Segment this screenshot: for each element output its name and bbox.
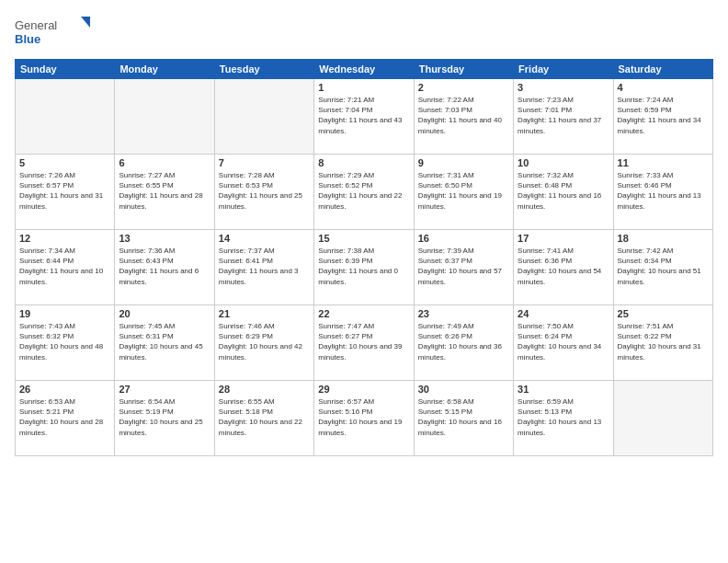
day-info: Sunrise: 7:41 AM Sunset: 6:36 PM Dayligh…	[518, 246, 609, 287]
calendar-week-4: 19Sunrise: 7:43 AM Sunset: 6:32 PM Dayli…	[16, 305, 713, 381]
day-number: 17	[518, 233, 609, 244]
calendar-cell: 10Sunrise: 7:32 AM Sunset: 6:48 PM Dayli…	[514, 155, 613, 230]
svg-marker-2	[81, 17, 90, 28]
day-number: 12	[19, 233, 110, 244]
calendar-cell: 7Sunrise: 7:28 AM Sunset: 6:53 PM Daylig…	[214, 155, 313, 230]
day-info: Sunrise: 7:29 AM Sunset: 6:52 PM Dayligh…	[318, 170, 409, 212]
day-number: 21	[219, 308, 310, 319]
day-number: 7	[219, 157, 310, 168]
day-info: Sunrise: 7:47 AM Sunset: 6:27 PM Dayligh…	[318, 321, 409, 362]
calendar-cell: 4Sunrise: 7:24 AM Sunset: 6:59 PM Daylig…	[613, 79, 712, 155]
day-number: 11	[618, 157, 709, 168]
day-number: 28	[219, 384, 310, 395]
weekday-header-monday: Monday	[115, 60, 214, 79]
day-info: Sunrise: 7:45 AM Sunset: 6:31 PM Dayligh…	[119, 321, 210, 362]
day-info: Sunrise: 7:21 AM Sunset: 7:04 PM Dayligh…	[318, 95, 409, 136]
day-info: Sunrise: 7:31 AM Sunset: 6:50 PM Dayligh…	[418, 170, 509, 212]
day-number: 22	[318, 308, 409, 319]
svg-text:Blue: Blue	[15, 32, 40, 46]
day-info: Sunrise: 7:22 AM Sunset: 7:03 PM Dayligh…	[418, 95, 509, 136]
calendar-table: SundayMondayTuesdayWednesdayThursdayFrid…	[15, 59, 713, 456]
day-number: 4	[618, 82, 709, 93]
day-info: Sunrise: 7:51 AM Sunset: 6:22 PM Dayligh…	[618, 321, 709, 362]
day-info: Sunrise: 7:39 AM Sunset: 6:37 PM Dayligh…	[418, 246, 509, 287]
day-number: 15	[318, 233, 409, 244]
weekday-header-thursday: Thursday	[414, 60, 513, 79]
calendar-cell: 16Sunrise: 7:39 AM Sunset: 6:37 PM Dayli…	[414, 230, 513, 305]
day-info: Sunrise: 7:32 AM Sunset: 6:48 PM Dayligh…	[518, 170, 609, 212]
day-number: 26	[19, 384, 110, 395]
day-number: 6	[119, 157, 210, 168]
calendar-cell	[613, 381, 712, 456]
day-info: Sunrise: 7:24 AM Sunset: 6:59 PM Dayligh…	[618, 95, 709, 136]
calendar-cell: 2Sunrise: 7:22 AM Sunset: 7:03 PM Daylig…	[414, 79, 513, 155]
day-info: Sunrise: 7:42 AM Sunset: 6:34 PM Dayligh…	[618, 246, 709, 287]
calendar-cell: 11Sunrise: 7:33 AM Sunset: 6:46 PM Dayli…	[613, 155, 712, 230]
day-number: 1	[318, 82, 409, 93]
calendar-cell: 26Sunrise: 6:53 AM Sunset: 5:21 PM Dayli…	[16, 381, 115, 456]
day-info: Sunrise: 7:26 AM Sunset: 6:57 PM Dayligh…	[19, 170, 110, 212]
calendar-cell	[115, 79, 214, 155]
day-number: 3	[518, 82, 609, 93]
header: General Blue	[15, 11, 713, 52]
day-info: Sunrise: 7:23 AM Sunset: 7:01 PM Dayligh…	[518, 95, 609, 136]
day-info: Sunrise: 6:53 AM Sunset: 5:21 PM Dayligh…	[19, 396, 110, 438]
day-number: 20	[119, 308, 210, 319]
day-info: Sunrise: 7:38 AM Sunset: 6:39 PM Dayligh…	[318, 246, 409, 287]
calendar-week-3: 12Sunrise: 7:34 AM Sunset: 6:44 PM Dayli…	[16, 230, 713, 305]
calendar-cell: 21Sunrise: 7:46 AM Sunset: 6:29 PM Dayli…	[214, 305, 313, 381]
day-number: 9	[418, 157, 509, 168]
day-number: 18	[618, 233, 709, 244]
day-number: 27	[119, 384, 210, 395]
day-number: 24	[518, 308, 609, 319]
calendar-cell: 6Sunrise: 7:27 AM Sunset: 6:55 PM Daylig…	[115, 155, 214, 230]
calendar-cell: 15Sunrise: 7:38 AM Sunset: 6:39 PM Dayli…	[314, 230, 414, 305]
day-info: Sunrise: 6:55 AM Sunset: 5:18 PM Dayligh…	[219, 396, 310, 438]
calendar-cell: 12Sunrise: 7:34 AM Sunset: 6:44 PM Dayli…	[16, 230, 115, 305]
day-info: Sunrise: 7:34 AM Sunset: 6:44 PM Dayligh…	[19, 246, 110, 287]
svg-text:General: General	[15, 18, 57, 32]
day-info: Sunrise: 7:46 AM Sunset: 6:29 PM Dayligh…	[219, 321, 310, 362]
calendar-cell: 28Sunrise: 6:55 AM Sunset: 5:18 PM Dayli…	[214, 381, 313, 456]
day-info: Sunrise: 7:43 AM Sunset: 6:32 PM Dayligh…	[19, 321, 110, 362]
day-info: Sunrise: 6:54 AM Sunset: 5:19 PM Dayligh…	[119, 396, 210, 438]
day-number: 13	[119, 233, 210, 244]
calendar-cell: 5Sunrise: 7:26 AM Sunset: 6:57 PM Daylig…	[16, 155, 115, 230]
general-blue-logo: General Blue	[15, 15, 97, 52]
calendar-cell: 9Sunrise: 7:31 AM Sunset: 6:50 PM Daylig…	[414, 155, 513, 230]
day-info: Sunrise: 6:57 AM Sunset: 5:16 PM Dayligh…	[318, 396, 409, 438]
day-number: 16	[418, 233, 509, 244]
weekday-header-sunday: Sunday	[16, 60, 115, 79]
weekday-header-wednesday: Wednesday	[314, 60, 414, 79]
logo: General Blue	[15, 15, 97, 52]
calendar-cell: 25Sunrise: 7:51 AM Sunset: 6:22 PM Dayli…	[613, 305, 712, 381]
day-number: 29	[318, 384, 409, 395]
calendar-cell: 29Sunrise: 6:57 AM Sunset: 5:16 PM Dayli…	[314, 381, 414, 456]
day-info: Sunrise: 7:28 AM Sunset: 6:53 PM Dayligh…	[219, 170, 310, 212]
day-info: Sunrise: 6:59 AM Sunset: 5:13 PM Dayligh…	[518, 396, 609, 438]
calendar-week-2: 5Sunrise: 7:26 AM Sunset: 6:57 PM Daylig…	[16, 155, 713, 230]
calendar-week-5: 26Sunrise: 6:53 AM Sunset: 5:21 PM Dayli…	[16, 381, 713, 456]
weekday-header-tuesday: Tuesday	[214, 60, 313, 79]
weekday-header-saturday: Saturday	[613, 60, 712, 79]
calendar-cell: 13Sunrise: 7:36 AM Sunset: 6:43 PM Dayli…	[115, 230, 214, 305]
calendar-cell: 18Sunrise: 7:42 AM Sunset: 6:34 PM Dayli…	[613, 230, 712, 305]
day-number: 30	[418, 384, 509, 395]
calendar-cell: 24Sunrise: 7:50 AM Sunset: 6:24 PM Dayli…	[514, 305, 613, 381]
calendar-cell: 3Sunrise: 7:23 AM Sunset: 7:01 PM Daylig…	[514, 79, 613, 155]
day-number: 19	[19, 308, 110, 319]
day-info: Sunrise: 7:37 AM Sunset: 6:41 PM Dayligh…	[219, 246, 310, 287]
day-number: 14	[219, 233, 310, 244]
calendar-cell: 20Sunrise: 7:45 AM Sunset: 6:31 PM Dayli…	[115, 305, 214, 381]
day-number: 10	[518, 157, 609, 168]
calendar-header-row: SundayMondayTuesdayWednesdayThursdayFrid…	[16, 60, 713, 79]
day-number: 8	[318, 157, 409, 168]
calendar-cell: 30Sunrise: 6:58 AM Sunset: 5:15 PM Dayli…	[414, 381, 513, 456]
calendar-cell: 14Sunrise: 7:37 AM Sunset: 6:41 PM Dayli…	[214, 230, 313, 305]
page: General Blue SundayMondayTuesdayWednesda…	[0, 0, 728, 563]
weekday-header-friday: Friday	[514, 60, 613, 79]
day-info: Sunrise: 7:27 AM Sunset: 6:55 PM Dayligh…	[119, 170, 210, 212]
day-info: Sunrise: 7:36 AM Sunset: 6:43 PM Dayligh…	[119, 246, 210, 287]
calendar-cell: 19Sunrise: 7:43 AM Sunset: 6:32 PM Dayli…	[16, 305, 115, 381]
day-number: 25	[618, 308, 709, 319]
